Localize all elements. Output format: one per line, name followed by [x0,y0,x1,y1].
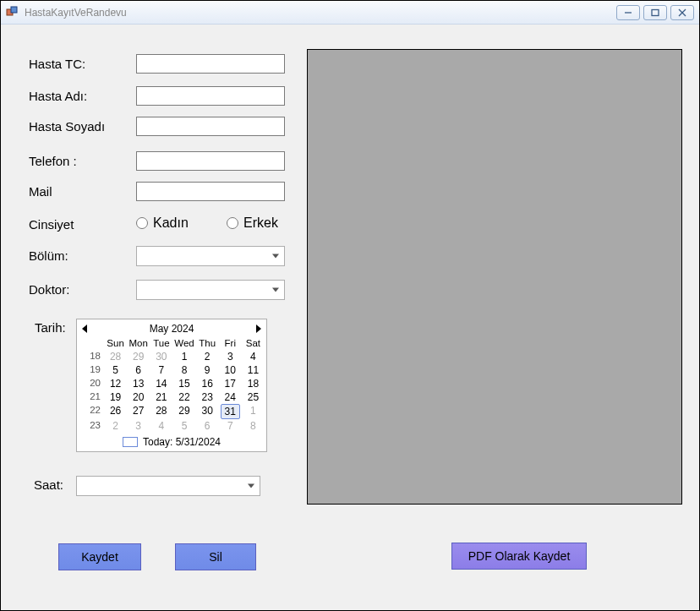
calendar-day[interactable]: 28 [104,350,127,363]
calendar-dow: Mon [127,336,150,350]
erkek-radio-label: Erkek [243,215,278,231]
calendar-day[interactable]: 20 [127,390,150,404]
calendar-week-number: 18 [79,350,104,363]
calendar-week-number: 19 [79,363,104,377]
chevron-down-icon [272,254,279,259]
calendar-day[interactable]: 29 [172,404,195,419]
cinsiyet-label: Cinsiyet [29,217,74,232]
calendar-day[interactable]: 8 [242,419,265,433]
calendar-prev-button[interactable] [82,325,87,333]
erkek-radio-input[interactable] [227,217,238,229]
sil-button[interactable]: Sil [175,543,256,570]
telefon-input[interactable] [136,151,285,171]
calendar-day[interactable]: 7 [150,363,172,377]
calendar-day[interactable]: 27 [127,404,150,419]
calendar-today-label: Today: 5/31/2024 [143,436,221,448]
calendar-day[interactable]: 3 [219,350,242,363]
saat-select[interactable] [76,476,260,496]
calendar-dow: Fri [219,336,242,350]
calendar-day[interactable]: 5 [172,419,195,433]
calendar-day[interactable]: 19 [104,390,127,404]
doktor-label: Doktor: [29,282,69,297]
hasta-tc-input[interactable] [136,54,285,74]
calendar-day[interactable]: 9 [196,363,219,377]
kadin-radio-label: Kadın [153,215,189,231]
date-picker[interactable]: May 2024 SunMonTueWedThuFriSat1828293012… [76,319,267,452]
calendar-day[interactable]: 10 [219,363,242,377]
calendar-day[interactable]: 7 [219,419,242,433]
calendar-week-number: 21 [79,390,104,404]
calendar-grid: SunMonTueWedThuFriSat1828293012341956789… [77,336,266,433]
calendar-dow: Sun [104,336,127,350]
calendar-day[interactable]: 30 [196,404,219,419]
mail-input[interactable] [136,182,285,201]
calendar-day[interactable]: 28 [150,404,172,419]
svg-rect-1 [11,7,17,13]
maximize-button[interactable] [643,5,667,20]
calendar-day[interactable]: 16 [196,377,219,390]
calendar-day[interactable]: 8 [172,363,195,377]
calendar-day[interactable]: 26 [104,404,127,419]
window-title: HastaKayıtVeRandevu [25,7,616,19]
calendar-day[interactable]: 13 [127,377,150,390]
kadin-radio-input[interactable] [136,217,148,229]
doktor-select[interactable] [136,280,285,300]
calendar-day[interactable]: 2 [196,350,219,363]
calendar-day[interactable]: 22 [172,390,195,404]
chevron-down-icon [248,484,254,488]
calendar-day[interactable]: 3 [127,419,150,433]
calendar-day[interactable]: 21 [150,390,172,404]
hasta-adi-input[interactable] [136,86,285,106]
calendar-day[interactable]: 4 [150,419,172,433]
calendar-week-number: 20 [79,377,104,390]
calendar-day[interactable]: 14 [150,377,172,390]
window-frame: HastaKayıtVeRandevu Hasta TC: Hasta Adı:… [0,0,700,611]
pdf-kaydet-button[interactable]: PDF Olarak Kaydet [451,543,587,570]
calendar-day[interactable]: 18 [242,377,265,390]
close-button[interactable] [670,5,694,20]
calendar-today-link[interactable]: Today: 5/31/2024 [77,433,266,448]
calendar-day[interactable]: 11 [242,363,265,377]
calendar-week-number: 22 [79,404,104,419]
calendar-dow: Sat [242,336,265,350]
data-grid-panel[interactable] [307,49,682,505]
calendar-day[interactable]: 23 [196,390,219,404]
cinsiyet-erkek-radio[interactable]: Erkek [227,215,278,231]
calendar-title: May 2024 [150,323,194,335]
calendar-day[interactable]: 15 [172,377,195,390]
calendar-day[interactable]: 30 [150,350,172,363]
client-area: Hasta TC: Hasta Adı: Hasta Soyadı Telefo… [1,25,699,610]
hasta-soyadi-label: Hasta Soyadı [29,119,105,134]
calendar-day[interactable]: 24 [219,390,242,404]
mail-label: Mail [29,184,52,199]
calendar-next-button[interactable] [256,325,261,333]
calendar-day[interactable]: 4 [242,350,265,363]
calendar-day[interactable]: 31 [221,404,240,419]
calendar-day[interactable]: 5 [104,363,127,377]
app-icon [6,6,19,19]
hasta-tc-label: Hasta TC: [29,57,85,71]
cinsiyet-kadin-radio[interactable]: Kadın [136,215,189,231]
hasta-soyadi-input[interactable] [136,117,285,136]
minimize-button[interactable] [616,5,640,20]
calendar-week-number: 23 [79,419,104,433]
bolum-select[interactable] [136,246,285,266]
window-buttons [616,5,694,20]
calendar-day[interactable]: 2 [104,419,127,433]
calendar-day[interactable]: 6 [196,419,219,433]
calendar-day[interactable]: 17 [219,377,242,390]
calendar-day[interactable]: 25 [242,390,265,404]
calendar-day[interactable]: 12 [104,377,127,390]
calendar-day[interactable]: 6 [127,363,150,377]
calendar-dow: Thu [196,336,219,350]
kaydet-button[interactable]: Kaydet [58,543,141,570]
calendar-day[interactable]: 1 [172,350,195,363]
calendar-day[interactable]: 1 [242,404,265,419]
calendar-day[interactable]: 29 [127,350,150,363]
telefon-label: Telefon : [29,154,77,168]
saat-label: Saat: [34,477,63,492]
hasta-adi-label: Hasta Adı: [29,89,87,103]
title-bar: HastaKayıtVeRandevu [1,1,699,25]
svg-rect-3 [652,9,659,15]
calendar-dow: Tue [150,336,172,350]
